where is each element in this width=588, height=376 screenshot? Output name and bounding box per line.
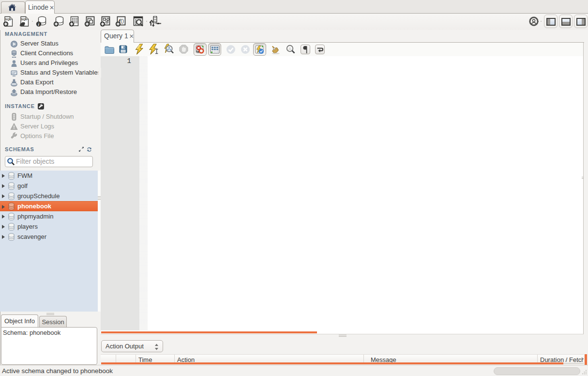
svg-text:SQL: SQL — [5, 17, 11, 21]
svg-text:SQL: SQL — [21, 17, 27, 21]
svg-text:(): () — [121, 18, 124, 24]
svg-text:A: A — [288, 47, 291, 51]
